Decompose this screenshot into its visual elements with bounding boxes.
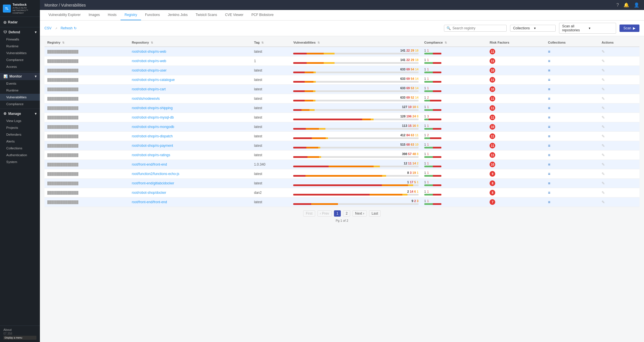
tab-cve-viewer[interactable]: CVE Viewer bbox=[221, 10, 247, 20]
edit-icon[interactable]: ✎ bbox=[602, 49, 605, 54]
sidebar-item-events[interactable]: Events bbox=[0, 80, 40, 87]
tab-pcf-blobstore[interactable]: PCF Blobstore bbox=[247, 10, 278, 20]
repo-link[interactable]: root/function2/functions-echo-js bbox=[132, 172, 180, 176]
sidebar-item-runtime-defend[interactable]: Runtime bbox=[0, 43, 40, 50]
sidebar-item-access[interactable]: Access bbox=[0, 63, 40, 70]
refresh-button[interactable]: Refresh ↻ bbox=[61, 26, 77, 30]
sort-icon-tag[interactable]: ⇅ bbox=[261, 41, 264, 44]
edit-icon[interactable]: ✎ bbox=[602, 134, 605, 139]
collections-icon[interactable]: ≡ bbox=[548, 106, 550, 110]
sort-icon-registry[interactable]: ⇅ bbox=[62, 41, 64, 44]
prev-page-button[interactable]: ‹ Prev bbox=[317, 210, 332, 217]
edit-icon[interactable]: ✎ bbox=[602, 59, 605, 63]
repo-link[interactable]: root/robot-shop/rs-mongodb bbox=[132, 125, 174, 129]
collections-icon[interactable]: ≡ bbox=[548, 96, 550, 101]
sidebar-item-manage[interactable]: ⚙ Manage ▾ bbox=[0, 110, 40, 117]
sort-icon-compliance[interactable]: ⇅ bbox=[445, 41, 447, 44]
edit-icon[interactable]: ✎ bbox=[602, 87, 605, 91]
collections-icon[interactable]: ≡ bbox=[548, 134, 550, 139]
tab-registry[interactable]: Registry bbox=[121, 10, 141, 20]
tab-hosts[interactable]: Hosts bbox=[104, 10, 121, 20]
edit-icon[interactable]: ✎ bbox=[602, 181, 605, 186]
sidebar-item-runtime-monitor[interactable]: Runtime bbox=[0, 87, 40, 94]
csv-link[interactable]: CSV bbox=[44, 26, 52, 30]
repo-link[interactable]: root/robot-shop/rs-shipping bbox=[132, 106, 173, 110]
sidebar-item-authentication[interactable]: Authentication bbox=[0, 152, 40, 158]
sidebar-item-compliance-monitor[interactable]: Compliance bbox=[0, 101, 40, 107]
sort-icon-vuln[interactable]: ⇅ bbox=[317, 41, 320, 44]
scan-button[interactable]: Scan ▶ bbox=[619, 25, 639, 32]
collections-icon[interactable]: ≡ bbox=[548, 49, 550, 54]
sidebar-item-viewlogs[interactable]: View Logs bbox=[0, 117, 40, 124]
repo-link[interactable]: root/robot-shop/rs-web bbox=[132, 59, 166, 63]
repo-link[interactable]: root/sls/nodewsvls bbox=[132, 97, 160, 101]
edit-icon[interactable]: ✎ bbox=[602, 68, 605, 73]
sort-icon-repository[interactable]: ⇅ bbox=[151, 41, 153, 44]
sidebar-item-system[interactable]: System bbox=[0, 158, 40, 165]
about-link[interactable]: About bbox=[3, 328, 36, 331]
sidebar-item-projects[interactable]: Projects bbox=[0, 124, 40, 131]
edit-icon[interactable]: ✎ bbox=[602, 106, 605, 110]
edit-icon[interactable]: ✎ bbox=[602, 172, 605, 176]
sidebar-item-radar[interactable]: ◎ Radar bbox=[0, 19, 40, 26]
edit-icon[interactable]: ✎ bbox=[602, 143, 605, 148]
collections-icon[interactable]: ≡ bbox=[548, 78, 550, 82]
repo-link[interactable]: root/robot-shop/rs-mysql-db bbox=[132, 115, 174, 119]
repo-link[interactable]: root/robot-shop/docker bbox=[132, 191, 166, 195]
collections-icon[interactable]: ≡ bbox=[548, 87, 550, 91]
help-icon[interactable]: ? bbox=[616, 3, 619, 8]
repo-link[interactable]: root/robot-shop/rs-catalogue bbox=[132, 78, 175, 82]
collections-icon[interactable]: ≡ bbox=[548, 125, 550, 129]
sidebar-item-defend[interactable]: 🛡 Defend ▾ bbox=[0, 28, 40, 36]
notifications-icon[interactable]: 🔔 bbox=[623, 2, 629, 8]
edit-icon[interactable]: ✎ bbox=[602, 96, 605, 101]
repo-link[interactable]: root/robot-shop/rs-web bbox=[132, 50, 166, 54]
next-page-button[interactable]: Next › bbox=[352, 210, 367, 217]
sidebar-item-defenders[interactable]: Defenders bbox=[0, 131, 40, 138]
edit-icon[interactable]: ✎ bbox=[602, 190, 605, 195]
repo-link[interactable]: root/robot-shop/rs-user bbox=[132, 68, 167, 72]
sidebar-item-firewalls[interactable]: Firewalls bbox=[0, 36, 40, 43]
sidebar-item-compliance-defend[interactable]: Compliance bbox=[0, 56, 40, 63]
collections-icon[interactable]: ≡ bbox=[548, 200, 550, 204]
collections-icon[interactable]: ≡ bbox=[548, 190, 550, 195]
repo-link[interactable]: root/front-end/front-end bbox=[132, 200, 167, 204]
collections-icon[interactable]: ≡ bbox=[548, 153, 550, 157]
edit-icon[interactable]: ✎ bbox=[602, 153, 605, 157]
edit-icon[interactable]: ✎ bbox=[602, 115, 605, 120]
edit-icon[interactable]: ✎ bbox=[602, 125, 605, 129]
collections-icon[interactable]: ≡ bbox=[548, 59, 550, 63]
tab-twistcli-scans[interactable]: Twistcli Scans bbox=[191, 10, 221, 20]
repo-link[interactable]: root/robot-shop/rs-cart bbox=[132, 87, 166, 91]
tab-images[interactable]: Images bbox=[85, 10, 104, 20]
last-page-button[interactable]: Last bbox=[369, 210, 381, 217]
sidebar-item-collections[interactable]: Collections bbox=[0, 145, 40, 152]
page-2-button[interactable]: 2 bbox=[343, 210, 350, 217]
tab-functions[interactable]: Functions bbox=[141, 10, 164, 20]
collections-icon[interactable]: ≡ bbox=[548, 181, 550, 186]
first-page-button[interactable]: First bbox=[303, 210, 315, 217]
collections-icon[interactable]: ≡ bbox=[548, 68, 550, 73]
sidebar-item-alerts[interactable]: Alerts bbox=[0, 138, 40, 145]
repo-link[interactable]: root/front-end/gitlabcidocker bbox=[132, 181, 174, 185]
search-input[interactable] bbox=[453, 26, 504, 30]
collections-icon[interactable]: ≡ bbox=[548, 162, 550, 167]
tab-vulnerability-explorer[interactable]: Vulnerability Explorer bbox=[44, 10, 85, 20]
page-1-button[interactable]: 1 bbox=[334, 210, 341, 217]
edit-icon[interactable]: ✎ bbox=[602, 200, 605, 204]
sidebar-item-vulnerabilities-monitor[interactable]: Vulnerabilities bbox=[0, 94, 40, 101]
collections-dropdown[interactable]: Collections ▾ bbox=[510, 25, 556, 32]
repo-link[interactable]: root/robot-shop/rs-payment bbox=[132, 144, 173, 148]
repo-link[interactable]: root/robot-shop/rs-ratings bbox=[132, 153, 170, 157]
repo-link[interactable]: root/robot-shop/rs-dispatch bbox=[132, 134, 173, 138]
user-icon[interactable]: 👤 bbox=[634, 2, 639, 8]
scan-repos-dropdown[interactable]: Scan all repositories ▾ bbox=[559, 23, 616, 34]
repo-link[interactable]: root/front-end/front-end bbox=[132, 162, 167, 166]
sidebar-item-monitor[interactable]: 📊 Monitor ▾ bbox=[0, 73, 40, 80]
collections-icon[interactable]: ≡ bbox=[548, 115, 550, 120]
sidebar-item-vulnerabilities-defend[interactable]: Vulnerabilities bbox=[0, 50, 40, 56]
edit-icon[interactable]: ✎ bbox=[602, 78, 605, 82]
edit-icon[interactable]: ✎ bbox=[602, 162, 605, 167]
tab-jenkins-jobs[interactable]: Jenkins Jobs bbox=[164, 10, 191, 20]
collections-icon[interactable]: ≡ bbox=[548, 143, 550, 148]
